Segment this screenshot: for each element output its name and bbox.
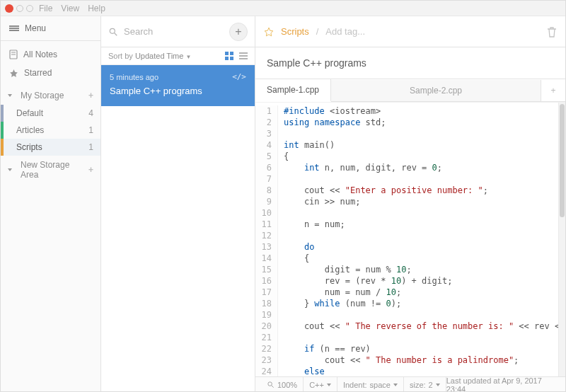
code-line[interactable]: else: [278, 366, 558, 376]
storage-new-storage-area: New Storage Area +: [1, 156, 100, 184]
sidebar-top-section: All Notes Starred: [1, 41, 100, 86]
code-line[interactable]: [278, 230, 558, 241]
menu-file[interactable]: File: [39, 4, 52, 13]
sidebar-menu-button[interactable]: Menu: [1, 16, 100, 41]
svg-rect-6: [230, 52, 233, 55]
line-number: 24: [255, 366, 278, 376]
add-folder-button[interactable]: +: [88, 91, 93, 100]
code-line[interactable]: [278, 309, 558, 321]
grid-view-icon[interactable]: [225, 52, 233, 60]
indent-size-select[interactable]: size: 2: [404, 377, 446, 393]
line-number: 6: [255, 162, 278, 173]
storage-header[interactable]: My Storage +: [1, 86, 100, 105]
tab-sample-1[interactable]: Sample-1.cpp: [255, 79, 331, 102]
line-number: 21: [255, 332, 278, 343]
code-line[interactable]: cin >> num;: [278, 196, 558, 207]
storage-folders: Default4Articles1Scripts1: [1, 105, 100, 156]
search-input[interactable]: Search: [108, 26, 153, 37]
code-line[interactable]: [278, 173, 558, 185]
sort-by-select[interactable]: Sort by Updated Time ▼: [108, 52, 191, 60]
code-line[interactable]: cout << "Enter a positive number: ";: [278, 185, 558, 196]
folder-default[interactable]: Default4: [1, 105, 100, 122]
add-folder-button[interactable]: +: [88, 165, 93, 175]
code-line[interactable]: digit = num % 10;: [278, 264, 558, 275]
sidebar-item-all-notes[interactable]: All Notes: [1, 45, 100, 64]
plus-icon: +: [235, 25, 241, 38]
folder-label: Scripts: [16, 142, 42, 152]
window-buttons: [5, 4, 33, 13]
indent-size-label: size:: [410, 381, 426, 389]
window-minimize-icon[interactable]: [16, 5, 23, 12]
indent-mode-value: space: [370, 381, 391, 389]
menu-help[interactable]: Help: [88, 4, 105, 13]
code-editor[interactable]: 1#include <iostream>2using namespace std…: [255, 102, 565, 376]
folder-scripts[interactable]: Scripts1: [1, 139, 100, 156]
add-tag-input[interactable]: Add tag...: [325, 26, 365, 37]
code-icon: </>: [232, 72, 246, 81]
code-line[interactable]: {: [278, 151, 558, 162]
folder-count: 1: [88, 125, 93, 135]
code-line[interactable]: num = num / 10;: [278, 287, 558, 298]
line-number: 13: [255, 241, 278, 253]
code-line[interactable]: } while (num != 0);: [278, 298, 558, 309]
sidebar: Menu All Notes Starred My Storage + Defa…: [1, 16, 101, 392]
code-line[interactable]: n = num;: [278, 219, 558, 230]
line-number: 5: [255, 151, 278, 162]
window-titlebar: File View Help: [1, 1, 565, 16]
add-tab-button[interactable]: +: [541, 80, 565, 101]
trash-button[interactable]: [547, 26, 557, 38]
window-close-icon[interactable]: [5, 4, 13, 13]
code-line[interactable]: do: [278, 241, 558, 253]
zoom-icon: [267, 381, 275, 388]
storage-my-storage: My Storage + Default4Articles1Scripts1: [1, 86, 100, 156]
editor-pane: Scripts / Add tag... Sample C++ programs…: [255, 16, 565, 392]
tab-sample-2[interactable]: Sample-2.cpp: [331, 80, 541, 101]
code-line[interactable]: #include <iostream>: [278, 105, 558, 117]
menu-view[interactable]: View: [61, 4, 79, 13]
zoom-control[interactable]: 100%: [261, 377, 304, 393]
line-number: 19: [255, 309, 278, 321]
code-line[interactable]: {: [278, 253, 558, 264]
line-number: 7: [255, 173, 278, 185]
svg-rect-5: [225, 52, 229, 55]
language-select[interactable]: C++: [304, 377, 337, 393]
indent-mode-select[interactable]: Indent: space: [337, 377, 404, 393]
line-number: 12: [255, 230, 278, 241]
search-placeholder: Search: [124, 26, 153, 37]
storage-header[interactable]: New Storage Area +: [1, 156, 100, 184]
star-outline-icon[interactable]: [264, 27, 274, 37]
chevron-down-icon: [436, 384, 440, 386]
sidebar-item-label: All Notes: [23, 50, 57, 59]
note-title-input[interactable]: Sample C++ programs: [255, 47, 565, 79]
code-line[interactable]: rev = (rev * 10) + digit;: [278, 275, 558, 287]
code-line[interactable]: int main(): [278, 139, 558, 151]
code-line[interactable]: [278, 207, 558, 219]
code-line[interactable]: using namespace std;: [278, 117, 558, 128]
scrollbar-thumb[interactable]: [560, 104, 565, 217]
note-card[interactable]: 5 minutes ago </> Sample C++ programs: [101, 65, 255, 106]
code-line[interactable]: cout << " The reverse of the number is: …: [278, 321, 558, 332]
line-number: 11: [255, 219, 278, 230]
code-line[interactable]: [278, 128, 558, 139]
code-line[interactable]: [278, 332, 558, 343]
list-view-icon[interactable]: [239, 52, 248, 60]
code-line[interactable]: if (n == rev): [278, 343, 558, 354]
new-note-button[interactable]: +: [229, 23, 248, 41]
breadcrumb-folder[interactable]: Scripts: [281, 26, 309, 37]
window-maximize-icon[interactable]: [26, 5, 33, 12]
chevron-down-icon: [393, 384, 398, 386]
note-list-pane: Search + Sort by Updated Time ▼ 5 minute…: [101, 16, 255, 392]
line-number: 22: [255, 343, 278, 354]
line-number: 14: [255, 253, 278, 264]
view-toggle: [225, 52, 248, 60]
line-number: 4: [255, 139, 278, 151]
code-line[interactable]: int n, num, digit, rev = 0;: [278, 162, 558, 173]
sidebar-item-starred[interactable]: Starred: [1, 64, 100, 82]
folder-articles[interactable]: Articles1: [1, 122, 100, 139]
line-number: 20: [255, 321, 278, 332]
vertical-scrollbar[interactable]: [558, 103, 565, 376]
code-line[interactable]: cout << " The number is a palindrome";: [278, 354, 558, 366]
app-menubar: File View Help: [39, 4, 105, 13]
sort-bar: Sort by Updated Time ▼: [101, 47, 255, 65]
language-value: C++: [309, 381, 324, 389]
